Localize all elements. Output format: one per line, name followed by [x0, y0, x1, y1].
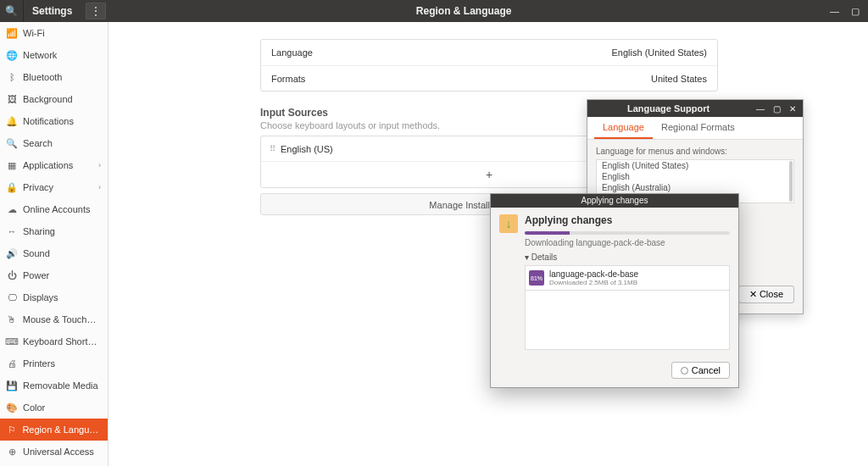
sidebar-label: Applications	[23, 160, 73, 170]
sidebar-label: Removable Media	[23, 380, 98, 391]
sidebar-item-printers[interactable]: 🖨Printers	[0, 352, 108, 374]
sidebar-icon: ⊕	[7, 447, 17, 457]
sidebar-item-power[interactable]: ⏻Power	[0, 264, 108, 286]
sidebar-label: Background	[23, 94, 73, 104]
minimize-button[interactable]: —	[830, 6, 839, 17]
download-icon: ↓	[499, 214, 518, 233]
page-title: Region & Language	[106, 5, 821, 17]
lang-option[interactable]: English (Australia)	[597, 182, 793, 193]
settings-sidebar: 📶Wi-Fi🌐NetworkᛒBluetooth🖼Background🔔Noti…	[0, 22, 108, 466]
menu-icon: ⋮	[91, 5, 101, 17]
sidebar-item-sound[interactable]: 🔊Sound	[0, 242, 108, 264]
formats-value: United States	[651, 74, 707, 84]
sidebar-item-online-accounts[interactable]: ☁Online Accounts	[0, 198, 108, 220]
sidebar-item-applications[interactable]: ▦Applications›	[0, 154, 108, 176]
sidebar-item-universal-access[interactable]: ⊕Universal Access	[0, 441, 108, 463]
sidebar-label: Displays	[23, 292, 58, 302]
lang-option[interactable]: English	[597, 171, 793, 182]
sidebar-icon: ᛒ	[7, 72, 17, 82]
sidebar-label: Sharing	[23, 226, 55, 236]
sidebar-item-keyboard-shortcuts[interactable]: ⌨Keyboard Shortcuts	[0, 330, 108, 352]
scrollbar[interactable]	[789, 161, 793, 202]
sidebar-item-bluetooth[interactable]: ᛒBluetooth	[0, 66, 108, 88]
sidebar-item-sharing[interactable]: ↔Sharing	[0, 220, 108, 242]
language-support-title: Language Support	[587, 103, 749, 114]
sidebar-label: Region & Language	[22, 424, 101, 435]
applying-changes-titlebar[interactable]: Applying changes	[491, 194, 738, 208]
sidebar-item-privacy[interactable]: 🔒Privacy›	[0, 176, 108, 198]
hamburger-menu-button[interactable]: ⋮	[86, 3, 106, 19]
sidebar-label: Sound	[23, 248, 50, 258]
sidebar-icon: 🖱	[7, 314, 17, 325]
sidebar-label: Online Accounts	[23, 204, 91, 214]
language-list-hint: Language for menus and windows:	[596, 147, 794, 156]
sidebar-item-background[interactable]: 🖼Background	[0, 88, 108, 110]
sidebar-label: Notifications	[23, 116, 74, 126]
sidebar-item-removable-media[interactable]: 💾Removable Media	[0, 374, 108, 397]
language-support-titlebar[interactable]: Language Support — ▢ ✕	[587, 100, 803, 117]
sidebar-item-search[interactable]: 🔍Search	[0, 132, 108, 154]
sidebar-item-network[interactable]: 🌐Network	[0, 44, 108, 66]
search-button[interactable]: 🔍	[0, 0, 24, 22]
cancel-label: Cancel	[692, 365, 721, 375]
language-support-close-button[interactable]: ✕ Close	[738, 286, 794, 303]
sidebar-item-users[interactable]: 👤Users	[0, 463, 108, 466]
sidebar-label: Printers	[23, 358, 55, 369]
formats-label: Formats	[271, 74, 305, 84]
sidebar-icon: 🖨	[7, 358, 17, 369]
ls-minimize-button[interactable]: —	[756, 104, 765, 114]
sidebar-label: Universal Access	[23, 447, 94, 457]
sidebar-icon: ⏻	[7, 270, 17, 280]
stop-icon	[681, 367, 688, 374]
sidebar-label: Privacy	[23, 182, 53, 192]
drag-handle-icon[interactable]: ⠿	[270, 144, 274, 153]
sidebar-icon: 🔒	[7, 182, 17, 192]
sidebar-icon: ⌨	[7, 336, 17, 347]
details-toggle[interactable]: ▾ Details	[525, 252, 730, 262]
package-icon: 81%	[529, 270, 544, 286]
chevron-right-icon: ›	[98, 161, 101, 169]
sidebar-item-color[interactable]: 🎨Color	[0, 397, 108, 419]
tab-regional-formats[interactable]: Regional Formats	[653, 117, 743, 139]
ls-maximize-button[interactable]: ▢	[773, 104, 781, 114]
sidebar-icon: 🔔	[7, 116, 17, 126]
app-title: Settings	[24, 5, 81, 17]
applying-changes-dialog: Applying changes ↓ Applying changes Down…	[490, 193, 739, 388]
sidebar-label: Mouse & Touchpad	[23, 314, 101, 325]
sidebar-icon: ↔	[7, 226, 17, 236]
formats-row[interactable]: Formats United States	[261, 65, 717, 91]
sidebar-icon: 📶	[7, 28, 17, 38]
close-label: Close	[760, 289, 783, 299]
sidebar-label: Power	[23, 270, 49, 280]
sidebar-icon: 🌐	[7, 50, 17, 60]
chevron-right-icon: ›	[98, 183, 101, 191]
sidebar-icon: 💾	[7, 380, 17, 391]
cancel-button[interactable]: Cancel	[671, 362, 730, 379]
language-value: English (United States)	[612, 47, 708, 58]
sidebar-label: Network	[23, 50, 57, 60]
sidebar-item-displays[interactable]: 🖵Displays	[0, 286, 108, 308]
language-support-tabs: Language Regional Formats	[587, 117, 803, 140]
sidebar-label: Color	[23, 402, 45, 413]
sidebar-icon: ☁	[7, 204, 17, 214]
sidebar-icon: 🖵	[7, 292, 17, 302]
tab-language[interactable]: Language	[594, 117, 653, 139]
sidebar-label: Bluetooth	[23, 72, 62, 82]
sidebar-icon: 🎨	[7, 402, 17, 413]
sidebar-item-region-language[interactable]: ⚐Region & Language	[0, 419, 108, 441]
sidebar-item-mouse-touchpad[interactable]: 🖱Mouse & Touchpad	[0, 308, 108, 330]
sidebar-label: Wi-Fi	[23, 28, 45, 38]
sidebar-icon: ⚐	[7, 424, 16, 435]
package-row: 81% language-pack-de-base Downloaded 2.5…	[525, 265, 730, 291]
language-row[interactable]: Language English (United States)	[261, 40, 717, 65]
ls-close-button[interactable]: ✕	[789, 104, 796, 114]
sidebar-item-notifications[interactable]: 🔔Notifications	[0, 110, 108, 132]
lang-option[interactable]: English (United States)	[597, 160, 793, 171]
applying-changes-title: Applying changes	[525, 214, 730, 226]
maximize-button[interactable]: ▢	[851, 6, 860, 17]
package-size: Downloaded 2.5MB of 3.1MB	[549, 279, 638, 286]
sidebar-item-wi-fi[interactable]: 📶Wi-Fi	[0, 22, 108, 44]
sidebar-icon: 🔊	[7, 248, 17, 258]
package-name: language-pack-de-base	[549, 269, 638, 279]
download-progress	[525, 231, 730, 235]
